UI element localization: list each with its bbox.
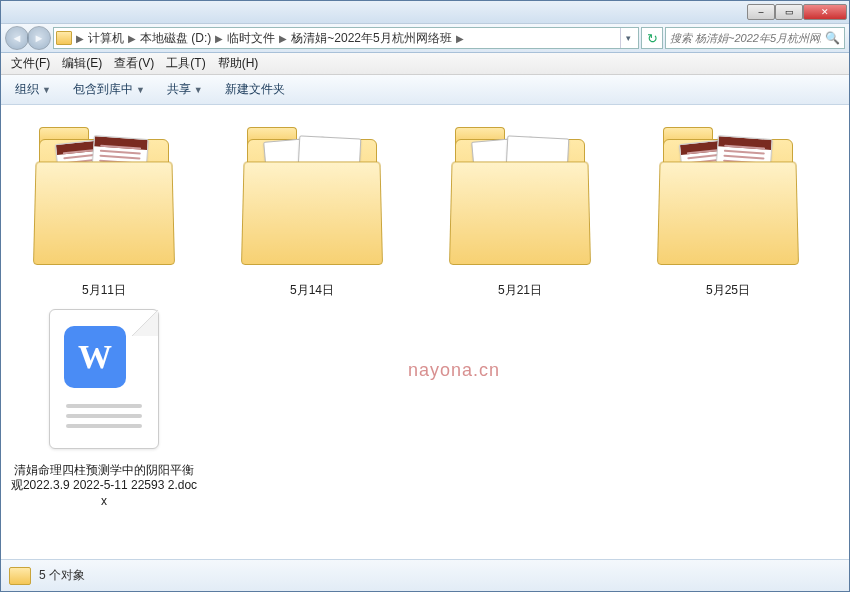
folder-item[interactable]: 5月11日 xyxy=(9,119,199,299)
chevron-down-icon: ▼ xyxy=(42,85,51,95)
window-controls: – ▭ ✕ xyxy=(747,4,847,20)
maximize-button[interactable]: ▭ xyxy=(775,4,803,20)
close-button[interactable]: ✕ xyxy=(803,4,847,20)
file-label: 清娟命理四柱预测学中的阴阳平衡观2022.3.9 2022-5-11 22593… xyxy=(9,463,199,510)
file-item[interactable]: W 清娟命理四柱预测学中的阴阳平衡观2022.3.9 2022-5-11 225… xyxy=(9,309,199,510)
status-count: 5 个对象 xyxy=(39,567,85,584)
menu-help[interactable]: 帮助(H) xyxy=(212,53,265,74)
menu-edit[interactable]: 编辑(E) xyxy=(56,53,108,74)
items-grid: 5月11日 ♪M4A ♪M4A 5月14日 ♪M4A ♪M4A xyxy=(1,105,849,523)
menu-view[interactable]: 查看(V) xyxy=(108,53,160,74)
address-dropdown[interactable]: ▾ xyxy=(620,28,636,48)
folder-icon xyxy=(29,119,179,279)
chevron-right-icon: ▶ xyxy=(279,33,287,44)
chevron-down-icon: ▼ xyxy=(194,85,203,95)
new-folder-button[interactable]: 新建文件夹 xyxy=(217,78,293,101)
search-box[interactable]: 🔍 xyxy=(665,27,845,49)
folder-icon: ♪M4A ♪M4A xyxy=(445,119,595,279)
crumb-folder-current[interactable]: 杨清娟~2022年5月杭州网络班 xyxy=(291,30,451,47)
chevron-right-icon: ▶ xyxy=(76,33,84,44)
forward-button[interactable]: ► xyxy=(27,26,51,50)
nav-buttons: ◄ ► xyxy=(5,26,51,50)
menu-tools[interactable]: 工具(T) xyxy=(160,53,211,74)
toolbar: 组织 ▼ 包含到库中 ▼ 共享 ▼ 新建文件夹 xyxy=(1,75,849,105)
explorer-window: – ▭ ✕ ◄ ► ▶ 计算机 ▶ 本地磁盘 (D:) ▶ 临时文件 ▶ 杨清娟… xyxy=(0,0,850,592)
folder-label: 5月21日 xyxy=(498,283,542,299)
crumb-drive[interactable]: 本地磁盘 (D:) xyxy=(140,30,211,47)
crumb-folder-temp[interactable]: 临时文件 xyxy=(227,30,275,47)
search-input[interactable] xyxy=(670,32,821,44)
titlebar: – ▭ ✕ xyxy=(1,1,849,23)
folder-label: 5月25日 xyxy=(706,283,750,299)
status-bar: 5 个对象 xyxy=(1,559,849,591)
folder-item[interactable]: 5月25日 xyxy=(633,119,823,299)
folder-item[interactable]: ♪M4A ♪M4A 5月14日 xyxy=(217,119,407,299)
content-area[interactable]: 5月11日 ♪M4A ♪M4A 5月14日 ♪M4A ♪M4A xyxy=(1,105,849,559)
minimize-button[interactable]: – xyxy=(747,4,775,20)
chevron-down-icon: ▼ xyxy=(136,85,145,95)
chevron-right-icon: ▶ xyxy=(128,33,136,44)
crumb-computer[interactable]: 计算机 xyxy=(88,30,124,47)
folder-icon xyxy=(653,119,803,279)
chevron-right-icon: ▶ xyxy=(456,33,464,44)
folder-item[interactable]: ♪M4A ♪M4A 5月21日 xyxy=(425,119,615,299)
folder-icon xyxy=(56,31,72,45)
include-in-library-button[interactable]: 包含到库中 ▼ xyxy=(65,78,153,101)
word-badge-icon: W xyxy=(64,326,126,388)
chevron-right-icon: ▶ xyxy=(215,33,223,44)
folder-icon: ♪M4A ♪M4A xyxy=(237,119,387,279)
folder-icon xyxy=(9,567,31,585)
menu-bar: 文件(F) 编辑(E) 查看(V) 工具(T) 帮助(H) xyxy=(1,53,849,75)
address-right: ▾ xyxy=(620,28,636,48)
folder-label: 5月11日 xyxy=(82,283,126,299)
address-bar: ◄ ► ▶ 计算机 ▶ 本地磁盘 (D:) ▶ 临时文件 ▶ 杨清娟~2022年… xyxy=(1,23,849,53)
refresh-button[interactable]: ↻ xyxy=(641,27,663,49)
folder-label: 5月14日 xyxy=(290,283,334,299)
back-button[interactable]: ◄ xyxy=(5,26,29,50)
docx-icon: W xyxy=(44,309,164,459)
organize-button[interactable]: 组织 ▼ xyxy=(7,78,59,101)
search-icon: 🔍 xyxy=(825,31,840,45)
menu-file[interactable]: 文件(F) xyxy=(5,53,56,74)
share-button[interactable]: 共享 ▼ xyxy=(159,78,211,101)
breadcrumb-bar[interactable]: ▶ 计算机 ▶ 本地磁盘 (D:) ▶ 临时文件 ▶ 杨清娟~2022年5月杭州… xyxy=(53,27,639,49)
